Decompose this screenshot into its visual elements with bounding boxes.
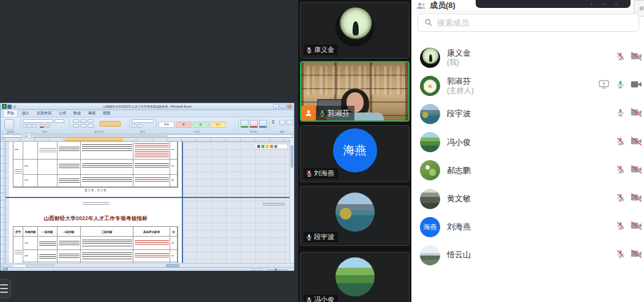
screen-sharing-icon[interactable]	[599, 80, 609, 92]
bold-button	[23, 124, 27, 128]
avatar-text: 海燕	[424, 223, 437, 232]
member-row-guoshufen[interactable]: 郭淑芬 (主持人)	[411, 72, 644, 100]
sheet-grid: 第 2 页，共 2 页 山西财经大学2022年人才工作专项考核指标 序号 考核指…	[6, 142, 291, 263]
col-header: 考核指标	[23, 227, 38, 237]
member-name: 悟云山	[447, 250, 471, 260]
avatar	[420, 160, 440, 180]
mic-muted-icon	[305, 296, 313, 302]
table-cell	[23, 160, 38, 175]
table-cell	[23, 237, 38, 250]
table-cell	[133, 142, 170, 160]
tile-name-label: 段宇波	[304, 232, 338, 242]
camera-off-icon[interactable]	[631, 52, 642, 64]
video-tile-kangyijin[interactable]: 康义金	[300, 2, 410, 59]
video-tile-fengxiaojun[interactable]: 冯小俊	[300, 252, 410, 302]
avatar: 海燕	[333, 128, 377, 172]
mic-muted-icon[interactable]	[616, 52, 625, 64]
table-cell	[13, 142, 23, 160]
insert-cells-button	[241, 120, 249, 128]
fx-icon: fx	[25, 134, 27, 138]
tile-name-label: 康义金	[304, 45, 338, 55]
window-title: 山西财经大学2022年人才工作专项考核指标体系 - Microsoft Exce…	[25, 103, 269, 110]
font-size-combo	[54, 119, 64, 123]
table-cell	[133, 160, 170, 175]
mic-muted-icon[interactable]	[616, 164, 625, 176]
lower-table: 序号 考核指标 一级指标 二级指标 三级指标 具体评分标准 分数	[13, 226, 178, 263]
table-cell-merged	[13, 160, 23, 187]
member-row-huangwenmin[interactable]: 黄文敏	[411, 185, 644, 213]
table-cell	[133, 237, 170, 250]
table-cell	[58, 250, 81, 262]
cell-style-neutral: 适中	[210, 122, 226, 128]
mic-on-icon[interactable]	[616, 108, 625, 120]
status-ready-text: 就绪	[2, 268, 8, 271]
col-header: 具体评分标准	[133, 227, 170, 237]
member-row-fengxiaojun[interactable]: 冯小俊	[411, 128, 644, 157]
table-cell	[58, 237, 81, 250]
participant-name: 段宇波	[314, 232, 334, 241]
video-tile-liuhaiyan[interactable]: 海燕 刘海燕	[300, 125, 410, 182]
member-name: 黄文敏	[447, 194, 471, 204]
avatar: 海燕	[420, 217, 440, 237]
participant-name: 康义金	[314, 45, 334, 54]
table-cell	[133, 175, 170, 187]
mic-muted-icon[interactable]	[616, 221, 625, 233]
camera-off-icon[interactable]	[631, 193, 642, 205]
video-tile-guoshufen-active[interactable]: 郭淑芬	[300, 61, 410, 122]
video-tile-duanyubo[interactable]: 段宇波	[300, 186, 410, 246]
quick-access-toolbar: X ↺	[2, 104, 17, 109]
member-row-kangyijin[interactable]: 康义金 (我)	[411, 43, 644, 72]
maximize-button: ▢	[280, 104, 286, 109]
ribbon-tab-pagelayout: 页面布局	[34, 110, 54, 117]
avatar	[420, 189, 440, 209]
align-right-button	[88, 124, 94, 128]
table-cell	[58, 160, 81, 175]
ribbon-separator	[269, 119, 269, 130]
vertical-scroll-thumb	[291, 145, 293, 168]
member-name: 郝志鹏	[447, 166, 471, 175]
group-caption-clipboard: 剪贴板	[1, 130, 20, 133]
header-divider	[411, 11, 644, 12]
mic-muted-icon[interactable]	[616, 249, 625, 261]
merge-center-toggle	[100, 121, 121, 127]
members-list: 康义金 (我) 郭淑芬 (主持人) 段宇波	[411, 43, 644, 270]
mic-muted-icon[interactable]	[616, 136, 625, 148]
member-row-duanyubo[interactable]: 段宇波	[411, 100, 644, 128]
group-caption-cells: 单元格	[238, 130, 269, 133]
camera-off-icon[interactable]	[631, 249, 642, 261]
participant-name: 冯小俊	[314, 295, 334, 302]
table-cell	[81, 160, 133, 175]
mic-speaking-icon[interactable]	[616, 80, 625, 92]
camera-on-icon[interactable]	[631, 80, 642, 92]
find-select-button	[286, 120, 293, 125]
camera-off-icon[interactable]	[631, 136, 642, 148]
top-control-bar[interactable]	[476, 0, 631, 8]
member-row-haozhipeng[interactable]: 郝志鹏	[411, 157, 644, 185]
camera-off-icon[interactable]	[631, 221, 642, 233]
search-input[interactable]	[437, 18, 632, 28]
floating-menu-button[interactable]	[0, 279, 11, 298]
gray-area-watermark-sim	[263, 203, 285, 205]
autosum-icon: Σ	[272, 119, 275, 125]
col-header: 一级指标	[38, 227, 58, 237]
selected-columns-highlight	[65, 138, 123, 141]
sheet-tab-row	[1, 263, 294, 267]
table-cell	[38, 160, 58, 175]
camera-off-icon[interactable]	[631, 164, 642, 176]
mic-muted-icon[interactable]	[616, 193, 625, 205]
member-row-liuhaiyan[interactable]: 海燕 刘海燕	[411, 213, 644, 241]
align-middle-button	[80, 119, 86, 123]
member-search-box[interactable]	[417, 13, 639, 32]
avatar	[335, 7, 375, 46]
table-cell	[23, 250, 38, 262]
group-caption-number: 数字	[129, 130, 156, 133]
col-header: 分数	[170, 227, 178, 237]
table-cell	[170, 142, 178, 160]
group-caption-alignment: 对齐方式	[69, 130, 129, 133]
table-cell	[58, 142, 81, 160]
member-row-wuyunshan[interactable]: 悟云山	[411, 241, 644, 269]
meeting-window: X ↺ 山西财经大学2022年人才工作专项考核指标体系 - Microsoft …	[0, 0, 644, 302]
table-cell	[133, 250, 170, 262]
ribbon-separator	[238, 119, 239, 130]
camera-off-icon[interactable]	[631, 108, 642, 120]
